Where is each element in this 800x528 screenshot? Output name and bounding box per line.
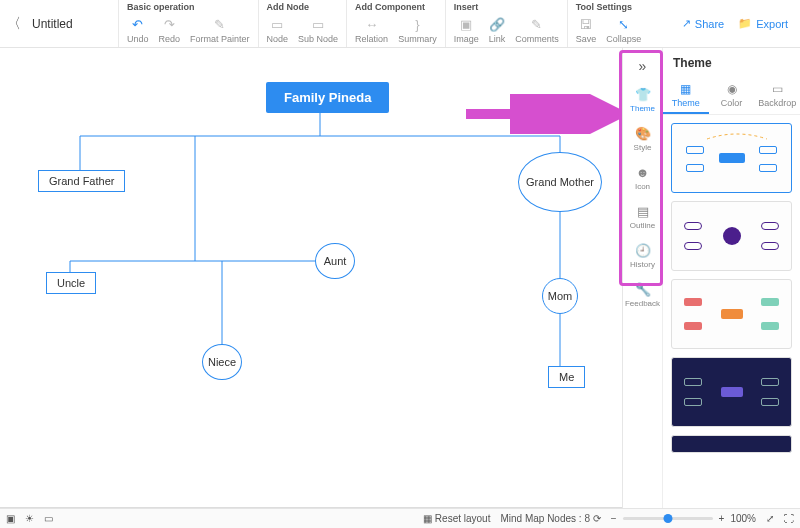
- subnode-icon: ▭: [310, 16, 326, 32]
- tool-label: Image: [454, 34, 479, 44]
- node-mom[interactable]: Mom: [542, 278, 578, 314]
- relation-button[interactable]: ↔Relation: [355, 16, 388, 44]
- tool-label: Redo: [159, 34, 181, 44]
- node-niece[interactable]: Niece: [202, 344, 242, 380]
- side-outline-button[interactable]: ▤Outline: [623, 197, 662, 236]
- doc-title[interactable]: Untitled: [28, 0, 118, 47]
- node-me[interactable]: Me: [548, 366, 585, 388]
- image-button[interactable]: ▣Image: [454, 16, 479, 44]
- panel-tab-theme[interactable]: ▦Theme: [663, 78, 709, 114]
- toolbar-group-basic-operation: Basic operation↶Undo↷Redo✎Format Painter: [118, 0, 258, 47]
- panel-tab-color[interactable]: ◉Color: [709, 78, 755, 114]
- theme-thumb-5[interactable]: [671, 435, 792, 453]
- link-icon: 🔗: [489, 16, 505, 32]
- node-root[interactable]: Family Pineda: [266, 82, 389, 113]
- collapse-button[interactable]: ⤡Collapse: [606, 16, 641, 44]
- redo-button[interactable]: ↷Redo: [159, 16, 181, 44]
- theme-thumb-1[interactable]: [671, 123, 792, 193]
- undo-button[interactable]: ↶Undo: [127, 16, 149, 44]
- node-count: Mind Map Nodes : 8 ⟳: [500, 513, 600, 524]
- node-grandmother[interactable]: Grand Mother: [518, 152, 602, 212]
- toolbar: 〈 Untitled Basic operation↶Undo↷Redo✎For…: [0, 0, 800, 48]
- history-icon: 🕘: [635, 242, 651, 258]
- icon-icon: ☻: [635, 164, 651, 180]
- tool-label: Node: [267, 34, 289, 44]
- backdrop-icon: ▭: [770, 82, 784, 96]
- summary-icon: }: [409, 16, 425, 32]
- comments-button[interactable]: ✎Comments: [515, 16, 559, 44]
- group-label: Add Node: [267, 2, 339, 14]
- relation-icon: ↔: [364, 16, 380, 32]
- side-feedback-button[interactable]: 🔧Feedback: [623, 275, 662, 314]
- toolbar-group-add-node: Add Node▭Node▭Sub Node: [258, 0, 347, 47]
- tool-label: Relation: [355, 34, 388, 44]
- outline-icon: ▤: [635, 203, 651, 219]
- reset-layout-button[interactable]: ▦ Reset layout: [423, 513, 490, 524]
- toolbar-group-insert: Insert▣Image🔗Link✎Comments: [445, 0, 567, 47]
- side-history-button[interactable]: 🕘History: [623, 236, 662, 275]
- group-label: Insert: [454, 2, 559, 14]
- side-style-button[interactable]: 🎨Style: [623, 119, 662, 158]
- tool-label: Collapse: [606, 34, 641, 44]
- tool-label: Link: [489, 34, 506, 44]
- panel-tab-backdrop[interactable]: ▭Backdrop: [754, 78, 800, 114]
- side-icon-button[interactable]: ☻Icon: [623, 158, 662, 197]
- status-icon-2[interactable]: ☀: [25, 513, 34, 524]
- save-icon: 🖫: [578, 16, 594, 32]
- top-actions: ↗Share 📁Export: [670, 0, 800, 47]
- theme-thumb-3[interactable]: [671, 279, 792, 349]
- save-button[interactable]: 🖫Save: [576, 16, 597, 44]
- tool-label: Save: [576, 34, 597, 44]
- tab-label: Theme: [672, 98, 700, 108]
- side-label: Style: [634, 143, 652, 152]
- theme-thumb-2[interactable]: [671, 201, 792, 271]
- redo-icon: ↷: [161, 16, 177, 32]
- tab-label: Backdrop: [758, 98, 796, 108]
- node-grandfather[interactable]: Grand Father: [38, 170, 125, 192]
- theme-thumb-4[interactable]: [671, 357, 792, 427]
- share-button[interactable]: ↗Share: [682, 17, 724, 30]
- fit-icon[interactable]: ⤢: [766, 513, 774, 524]
- side-label: Icon: [635, 182, 650, 191]
- collapse-icon: ⤡: [616, 16, 632, 32]
- node-aunt[interactable]: Aunt: [315, 243, 355, 279]
- link-button[interactable]: 🔗Link: [489, 16, 506, 44]
- side-label: Outline: [630, 221, 655, 230]
- side-label: Feedback: [625, 299, 660, 308]
- side-theme-button[interactable]: 👕Theme: [623, 80, 662, 119]
- side-label: Theme: [630, 104, 655, 113]
- image-icon: ▣: [458, 16, 474, 32]
- tool-label: Undo: [127, 34, 149, 44]
- back-button[interactable]: 〈: [0, 0, 28, 47]
- status-icon-1[interactable]: ▣: [6, 513, 15, 524]
- tool-label: Summary: [398, 34, 437, 44]
- tool-label: Sub Node: [298, 34, 338, 44]
- share-icon: ↗: [682, 17, 691, 30]
- export-button[interactable]: 📁Export: [738, 17, 788, 30]
- feedback-icon: 🔧: [635, 281, 651, 297]
- tool-label: Comments: [515, 34, 559, 44]
- side-panel: » 👕Theme🎨Style☻Icon▤Outline🕘History🔧Feed…: [622, 48, 800, 508]
- group-label: Tool Settings: [576, 2, 642, 14]
- group-label: Add Component: [355, 2, 437, 14]
- collapse-panel-button[interactable]: »: [639, 52, 647, 80]
- theme-icon: 👕: [635, 86, 651, 102]
- toolbar-group-add-component: Add Component↔Relation}Summary: [346, 0, 445, 47]
- color-icon: ◉: [725, 82, 739, 96]
- node-uncle[interactable]: Uncle: [46, 272, 96, 294]
- subnode-button[interactable]: ▭Sub Node: [298, 16, 338, 44]
- fullscreen-icon[interactable]: ⛶: [784, 513, 794, 524]
- theme-icon: ▦: [679, 82, 693, 96]
- undo-icon: ↶: [130, 16, 146, 32]
- node-button[interactable]: ▭Node: [267, 16, 289, 44]
- status-icon-3[interactable]: ▭: [44, 513, 53, 524]
- comments-icon: ✎: [529, 16, 545, 32]
- tab-label: Color: [721, 98, 743, 108]
- panel-title: Theme: [663, 48, 800, 78]
- theme-thumbs: [663, 115, 800, 508]
- format-button[interactable]: ✎Format Painter: [190, 16, 250, 44]
- toolbar-group-tool-settings: Tool Settings🖫Save⤡Collapse: [567, 0, 650, 47]
- zoom-control[interactable]: − + 100%: [611, 513, 756, 524]
- style-icon: 🎨: [635, 125, 651, 141]
- summary-button[interactable]: }Summary: [398, 16, 437, 44]
